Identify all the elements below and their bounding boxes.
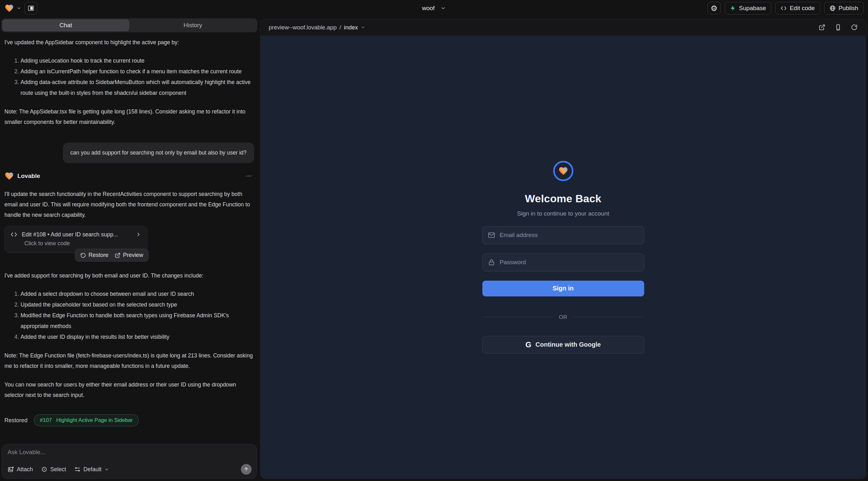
version-title: Highlight Active Page in Sidebar (56, 417, 133, 423)
preview-header: preview--woof.lovable.app / index (260, 19, 866, 36)
lovable-heart-icon (4, 3, 14, 13)
divider-line (573, 317, 644, 317)
chat-history-tabs: Chat History (1, 18, 257, 32)
code-icon (10, 231, 18, 238)
project-name: woof (422, 5, 435, 12)
preview-label: Preview (123, 252, 143, 258)
settings-button[interactable]: ⚙ (707, 2, 721, 14)
gear-icon: ⚙ (711, 4, 717, 13)
assistant-name: Lovable (18, 172, 40, 180)
google-icon: G (525, 340, 531, 349)
restored-version-badge[interactable]: #107 Highlight Active Page in Sidebar (34, 414, 139, 426)
user-message-text: can you add support for searching not on… (70, 148, 247, 158)
chat-messages[interactable]: I've updated the AppSidebar component to… (0, 32, 258, 440)
email-field[interactable] (483, 226, 644, 244)
assistant-message-text: I've updated the AppSidebar component to… (4, 37, 254, 48)
divider-label: OR (559, 314, 567, 320)
list-item: Adding useLocation hook to track the cur… (21, 55, 254, 66)
mobile-view-button[interactable] (835, 24, 841, 31)
sign-in-button[interactable]: Sign in (483, 281, 644, 296)
heart-icon (558, 166, 568, 176)
password-field[interactable] (483, 253, 644, 271)
list-item: Added a select dropdown to choose betwee… (21, 289, 254, 299)
preview-url-selector[interactable]: preview--woof.lovable.app / index (269, 24, 365, 31)
chevron-down-icon (361, 25, 365, 30)
select-label: Select (50, 466, 66, 473)
target-icon (41, 466, 48, 473)
image-attach-icon (8, 466, 14, 473)
supabase-button[interactable]: Supabase (724, 2, 772, 14)
preview-domain: preview--woof.lovable.app (269, 24, 337, 31)
project-switcher[interactable]: woof (422, 0, 446, 17)
list-item: Added the user ID display in the results… (21, 331, 254, 342)
chat-panel: Chat History I've updated the AppSidebar… (0, 17, 258, 481)
sliders-icon (74, 466, 81, 473)
chevron-down-icon (17, 6, 22, 11)
list-item: Adding an isCurrentPath helper function … (21, 66, 254, 77)
external-link-icon (115, 253, 120, 258)
tab-chat[interactable]: Chat (2, 19, 129, 31)
attach-label: Attach (17, 466, 33, 473)
edit-card-wrap: Edit #108 • Add user ID search supp... C… (4, 226, 147, 253)
edit-card-title: Edit #108 • Add user ID search supp... (22, 231, 131, 238)
app-logo (553, 161, 574, 181)
preview-app: Welcome Back Sign in to continue to your… (260, 36, 866, 478)
preview-panel: preview--woof.lovable.app / index (260, 19, 866, 479)
chevron-right-icon (135, 232, 141, 237)
mode-selector-button[interactable]: Default (74, 466, 109, 473)
assistant-list: Added a select dropdown to choose betwee… (4, 289, 254, 342)
path-separator: / (340, 24, 341, 31)
restore-icon (80, 253, 86, 258)
or-divider: OR (483, 314, 644, 320)
edit-card-actions: Restore Preview (75, 249, 149, 262)
restored-row: Restored #107 Highlight Active Page in S… (4, 414, 254, 426)
edit-card-subtitle: Click to view code (10, 240, 141, 247)
publish-button[interactable]: Publish (824, 2, 864, 14)
list-item: Updated the placeholder text based on th… (21, 299, 254, 310)
preview-page: index (344, 24, 358, 31)
assistant-list: Adding useLocation hook to track the cur… (4, 55, 254, 98)
edit-code-button[interactable]: Edit code (775, 2, 820, 14)
email-field-wrap (483, 226, 644, 244)
refresh-icon (851, 24, 858, 31)
lock-icon (488, 259, 495, 266)
list-item: Adding data-active attribute to SidebarM… (21, 77, 254, 98)
ellipsis-icon (245, 172, 252, 180)
restored-label: Restored (4, 417, 28, 424)
topbar: woof ⚙ Supabase Edit code Publish (0, 0, 868, 17)
panel-layout-icon (28, 5, 34, 12)
select-element-button[interactable]: Select (41, 466, 66, 473)
page-title: Welcome Back (525, 192, 601, 205)
attach-button[interactable]: Attach (8, 466, 33, 473)
mode-label: Default (84, 466, 101, 473)
send-button[interactable] (241, 464, 252, 475)
edit-code-label: Edit code (789, 5, 814, 12)
divider-line (483, 317, 554, 317)
chat-input[interactable] (8, 449, 252, 464)
list-item: Modified the Edge Function to handle bot… (21, 310, 254, 331)
assistant-header: Lovable (4, 171, 254, 181)
restore-label: Restore (89, 252, 108, 258)
preview-button[interactable]: Preview (115, 252, 143, 258)
chevron-down-icon (440, 5, 446, 11)
supabase-label: Supabase (739, 5, 766, 12)
toggle-sidebar-button[interactable] (25, 2, 37, 14)
more-menu-button[interactable] (245, 172, 252, 180)
tab-history[interactable]: History (129, 19, 256, 31)
sign-in-card: Welcome Back Sign in to continue to your… (483, 161, 644, 354)
refresh-button[interactable] (851, 24, 858, 31)
globe-icon (830, 5, 836, 11)
assistant-message-text: You can now search for users by either t… (4, 380, 254, 400)
restore-button[interactable]: Restore (80, 252, 108, 258)
arrow-up-icon (243, 467, 249, 472)
page-subtitle: Sign in to continue to your account (517, 210, 610, 217)
open-in-new-tab-button[interactable] (819, 24, 825, 31)
version-id: #107 (40, 417, 52, 423)
mail-icon (488, 232, 495, 238)
assistant-note: Note: The AppSidebar.tsx file is getting… (4, 106, 254, 127)
lovable-avatar (4, 171, 14, 181)
supabase-bolt-icon (730, 5, 736, 11)
code-icon (780, 5, 787, 11)
lovable-logo-menu[interactable] (4, 3, 22, 13)
continue-with-google-button[interactable]: G Continue with Google (483, 336, 644, 354)
